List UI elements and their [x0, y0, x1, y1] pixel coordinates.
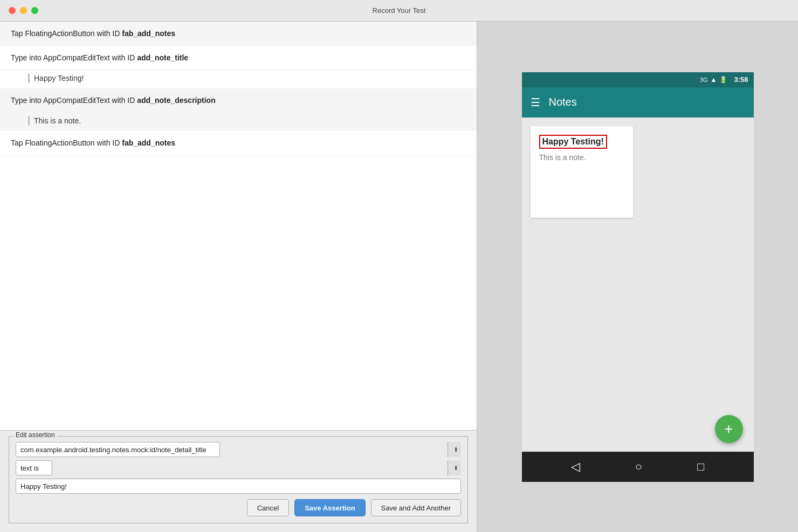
- phone-status-bar: 3G ▲ 🔋 3:58: [522, 72, 754, 87]
- hamburger-icon[interactable]: ☰: [531, 96, 540, 109]
- step-row: Tap FloatingActionButton with ID fab_add…: [0, 131, 477, 155]
- cancel-button[interactable]: Cancel: [247, 499, 289, 516]
- home-icon[interactable]: ○: [635, 460, 642, 474]
- note-card: Happy Testing! This is a note.: [531, 126, 633, 218]
- steps-area: Tap FloatingActionButton with ID fab_add…: [0, 22, 477, 431]
- recents-icon[interactable]: □: [697, 460, 704, 474]
- step-text-prefix: Type into AppCompatEditText with ID: [11, 96, 137, 105]
- step-row: Tap FloatingActionButton with ID fab_add…: [0, 22, 477, 46]
- signal-bars-icon: ▲: [711, 76, 717, 84]
- step-text-prefix: Tap FloatingActionButton with ID: [11, 29, 122, 38]
- window-controls: [9, 7, 38, 14]
- note-title[interactable]: Happy Testing!: [539, 135, 607, 149]
- step-row: Type into AppCompatEditText with ID add_…: [0, 46, 477, 70]
- step-group: Type into AppCompatEditText with ID add_…: [0, 88, 477, 131]
- assertion-type-wrapper: text is: [16, 460, 461, 475]
- step-group: Type into AppCompatEditText with ID add_…: [0, 46, 477, 88]
- main-content: Tap FloatingActionButton with ID fab_add…: [0, 22, 798, 532]
- maximize-button[interactable]: [31, 7, 38, 14]
- assertion-type-row: text is: [16, 460, 461, 475]
- assertion-value-input[interactable]: [16, 479, 461, 494]
- step-indent: Happy Testing!: [0, 70, 477, 88]
- note-body: This is a note.: [539, 153, 624, 162]
- phone-nav-bar: ◁ ○ □: [522, 452, 754, 482]
- title-bar: Record Your Test: [0, 0, 798, 22]
- back-icon[interactable]: ◁: [571, 460, 580, 474]
- element-selector[interactable]: com.example.android.testing.notes.mock:i…: [16, 442, 220, 457]
- step-indent-text: Happy Testing!: [34, 74, 84, 82]
- phone-screen: 3G ▲ 🔋 3:58 ☰ Notes Happy Testing! This …: [522, 72, 754, 482]
- assertion-buttons: Cancel Save Assertion Save and Add Anoth…: [16, 499, 461, 516]
- element-selector-row: com.example.android.testing.notes.mock:i…: [16, 442, 461, 457]
- status-time: 3:58: [734, 75, 748, 84]
- save-and-add-button[interactable]: Save and Add Another: [371, 499, 461, 516]
- right-panel: 3G ▲ 🔋 3:58 ☰ Notes Happy Testing! This …: [477, 22, 798, 532]
- element-selector-wrapper: com.example.android.testing.notes.mock:i…: [16, 442, 461, 457]
- assertion-value-row: [16, 479, 461, 494]
- signal-icon: 3G: [700, 77, 708, 83]
- step-text-bold: fab_add_notes: [122, 29, 175, 38]
- assertion-type-selector[interactable]: text is: [16, 460, 52, 475]
- phone-content: Happy Testing! This is a note.: [522, 118, 754, 452]
- left-panel: Tap FloatingActionButton with ID fab_add…: [0, 22, 477, 532]
- save-assertion-button[interactable]: Save Assertion: [294, 499, 365, 516]
- step-text-bold: fab_add_notes: [122, 139, 175, 147]
- step-text-prefix: Tap FloatingActionButton with ID: [11, 139, 122, 147]
- step-text-bold: add_note_title: [137, 53, 188, 62]
- step-text-bold: add_note_description: [137, 96, 215, 105]
- edit-assertion-legend: Edit assertion: [13, 431, 57, 439]
- step-indent-text: This is a note.: [34, 116, 81, 125]
- indent-bar: [28, 73, 30, 83]
- fab-button[interactable]: +: [715, 415, 743, 443]
- edit-assertion-panel: Edit assertion com.example.android.testi…: [0, 431, 477, 532]
- window-title: Record Your Test: [373, 6, 426, 15]
- close-button[interactable]: [9, 7, 16, 14]
- phone-app-bar: ☰ Notes: [522, 87, 754, 118]
- status-icons: 3G ▲ 🔋: [700, 76, 728, 84]
- minimize-button[interactable]: [20, 7, 27, 14]
- step-indent: This is a note.: [0, 113, 477, 131]
- app-bar-title: Notes: [549, 96, 577, 108]
- step-text-prefix: Type into AppCompatEditText with ID: [11, 53, 137, 62]
- indent-bar: [28, 116, 30, 126]
- step-row: Type into AppCompatEditText with ID add_…: [0, 88, 477, 113]
- battery-icon: 🔋: [719, 76, 727, 84]
